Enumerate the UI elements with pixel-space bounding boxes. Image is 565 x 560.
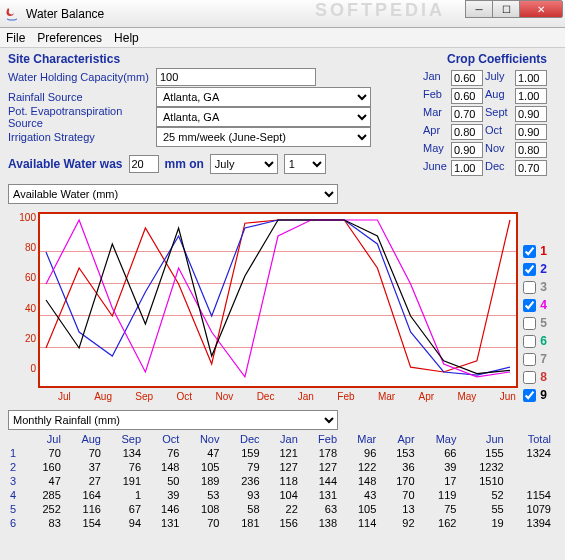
chart-y-axis: 100806040200 xyxy=(14,212,36,374)
titlebar: Water Balance SOFTPEDIA ─ ☐ ✕ xyxy=(0,0,565,28)
whc-label: Water Holding Capacity(mm) xyxy=(8,71,156,83)
table-header: Dec xyxy=(225,432,265,446)
coef-input[interactable] xyxy=(451,88,483,104)
coef-input[interactable] xyxy=(451,124,483,140)
pet-source-select[interactable]: Atlanta, GA xyxy=(156,107,371,127)
plot-variable-select[interactable]: Available Water (mm) xyxy=(8,184,338,204)
series-number: 9 xyxy=(540,388,547,402)
table-row: 3472719150189236118144148170171510 xyxy=(8,474,557,488)
coef-input[interactable] xyxy=(451,106,483,122)
coef-input[interactable] xyxy=(451,70,483,86)
coef-input[interactable] xyxy=(451,142,483,158)
irrigation-select[interactable]: 25 mm/week (June-Sept) xyxy=(156,127,371,147)
chart-area: JulAugSepOctNovDecJanFebMarAprMayJun xyxy=(38,212,518,388)
avail-label: Available Water was xyxy=(8,157,123,171)
coef-month: Feb xyxy=(423,88,451,104)
menubar: File Preferences Help xyxy=(0,28,565,48)
table-header: Feb xyxy=(304,432,343,446)
table-header: Oct xyxy=(147,432,185,446)
coef-month: Mar xyxy=(423,106,451,122)
table-header: Jul xyxy=(29,432,67,446)
coef-month: June xyxy=(423,160,451,176)
table-header: Apr xyxy=(382,432,420,446)
coef-input[interactable] xyxy=(515,88,547,104)
table-row: 428516413953931041314370119521154 xyxy=(8,488,557,502)
coef-input[interactable] xyxy=(515,70,547,86)
rainfall-table: JulAugSepOctNovDecJanFebMarAprMayJunTota… xyxy=(8,432,557,530)
maximize-button[interactable]: ☐ xyxy=(492,0,520,18)
table-header: May xyxy=(421,432,463,446)
table-row: 216037761481057912712712236391232 xyxy=(8,460,557,474)
coef-month: July xyxy=(485,70,515,86)
series-toggle[interactable]: 9 xyxy=(523,388,547,402)
menu-preferences[interactable]: Preferences xyxy=(37,31,102,45)
table-header: Mar xyxy=(343,432,382,446)
table-header: Sep xyxy=(107,432,147,446)
table-header: Jun xyxy=(462,432,509,446)
table-header: Aug xyxy=(67,432,107,446)
coef-month: Jan xyxy=(423,70,451,86)
table-header: Jan xyxy=(266,432,304,446)
crop-coef-grid: JanJulyFebAugMarSeptAprOctMayNovJuneDec xyxy=(423,70,549,176)
close-button[interactable]: ✕ xyxy=(519,0,563,18)
series-checkbox[interactable] xyxy=(523,389,536,402)
rainfall-source-select[interactable]: Atlanta, GA xyxy=(156,87,371,107)
table-header: Nov xyxy=(185,432,225,446)
rainfall-source-label: Rainfall Source xyxy=(8,91,156,103)
java-icon xyxy=(4,6,20,22)
avail-unit: mm on xyxy=(165,157,204,171)
coef-month: Nov xyxy=(485,142,515,158)
irrigation-label: Irrigation Strategy xyxy=(8,131,156,143)
table-row: 5252116671461085822631051375551079 xyxy=(8,502,557,516)
avail-day-select[interactable]: 1 xyxy=(284,154,326,174)
table-variable-select[interactable]: Monthly Rainfall (mm) xyxy=(8,410,338,430)
watermark: SOFTPEDIA xyxy=(315,0,445,21)
window-title: Water Balance xyxy=(26,7,104,21)
table-row: 17070134764715912117896153661551324 xyxy=(8,446,557,460)
table-header: Total xyxy=(510,432,557,446)
menu-help[interactable]: Help xyxy=(114,31,139,45)
coef-input[interactable] xyxy=(515,142,547,158)
avail-value-input[interactable] xyxy=(129,155,159,173)
coef-month: May xyxy=(423,142,451,158)
coef-input[interactable] xyxy=(515,160,547,176)
avail-month-select[interactable]: July xyxy=(210,154,278,174)
chart-x-axis: JulAugSepOctNovDecJanFebMarAprMayJun xyxy=(58,391,516,402)
table-header xyxy=(8,432,29,446)
coef-month: Apr xyxy=(423,124,451,140)
menu-file[interactable]: File xyxy=(6,31,25,45)
coef-input[interactable] xyxy=(515,106,547,122)
coef-month: Oct xyxy=(485,124,515,140)
coef-input[interactable] xyxy=(451,160,483,176)
chart-lines xyxy=(40,214,516,386)
minimize-button[interactable]: ─ xyxy=(465,0,493,18)
coef-input[interactable] xyxy=(515,124,547,140)
coef-month: Dec xyxy=(485,160,515,176)
whc-input[interactable] xyxy=(156,68,316,86)
pet-source-label: Pot. Evapotranspiration Source xyxy=(8,105,156,129)
table-row: 683154941317018115613811492162191394 xyxy=(8,516,557,530)
coef-month: Sept xyxy=(485,106,515,122)
crop-coefficients-heading: Crop Coefficients xyxy=(447,52,547,66)
coef-month: Aug xyxy=(485,88,515,104)
